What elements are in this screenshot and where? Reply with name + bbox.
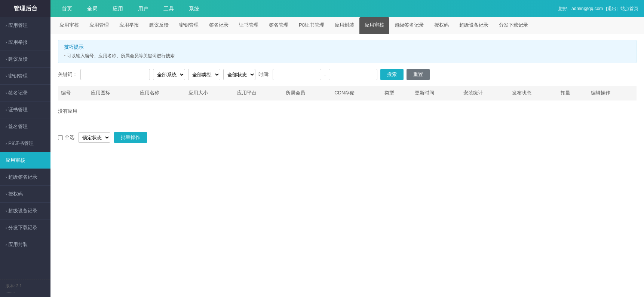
sidebar-item-app-report[interactable]: › 应用举报 (0, 34, 50, 51)
sub-nav-app-manage[interactable]: 应用管理 (84, 17, 114, 34)
chevron-icon: › (6, 57, 7, 61)
nav-item-home[interactable]: 首页 (54, 0, 80, 17)
logout-link[interactable]: [退出] (606, 6, 617, 12)
chevron-icon: › (6, 91, 7, 95)
lock-status-select[interactable]: 锁定状态 锁定 解锁 (78, 132, 110, 143)
search-bar: 关键词： 全部系统 iOS Android 全部类型 类型1 类型2 全部状态 … (58, 69, 637, 80)
sub-nav-app-pack[interactable]: 应用封装 (329, 17, 359, 34)
system-select[interactable]: 全部系统 iOS Android (153, 69, 185, 80)
nav-item-user[interactable]: 用户 (131, 0, 156, 17)
nav-item-app[interactable]: 应用 (105, 0, 131, 17)
sidebar-label: 证书管理 (8, 106, 28, 113)
keyword-input[interactable] (80, 69, 150, 80)
type-select[interactable]: 全部类型 类型1 类型2 (188, 69, 220, 80)
version-text: 版本: 2.1 (6, 283, 45, 289)
sidebar-item-super-sign[interactable]: › 超级签名记录 (0, 169, 50, 186)
col-member: 所属会员 (283, 86, 331, 100)
sidebar-item-download-record[interactable]: › 分发下载记录 (0, 219, 50, 236)
sub-nav-app-report[interactable]: 应用举报 (114, 17, 144, 34)
sidebar-label: 分发下载记录 (8, 224, 37, 231)
sidebar-item-sign-manage[interactable]: › 签名管理 (0, 118, 50, 135)
time-start-input[interactable] (273, 69, 321, 80)
search-button[interactable]: 搜索 (380, 69, 404, 80)
col-cdn: CDN存储 (331, 86, 381, 100)
greeting-text: 您好, (558, 6, 568, 12)
layout: › 应用管理 › 应用举报 › 建议反馈 › 密钥管理 › 签名记录 › 证书管… (0, 17, 644, 297)
sub-nav-auth-code[interactable]: 授权码 (429, 17, 454, 34)
sidebar-item-auth-code[interactable]: › 授权码 (0, 186, 50, 203)
sub-nav-app-review2[interactable]: 应用审核 (359, 17, 389, 34)
top-nav-right: 您好, admin@qq.com [退出] 站点首页 (558, 6, 644, 12)
chevron-icon: › (6, 142, 7, 146)
chevron-icon: › (6, 125, 7, 129)
sidebar-label: 应用审核 (6, 157, 25, 164)
sidebar-label: 授权码 (8, 191, 23, 197)
keyword-label: 关键词： (58, 71, 77, 78)
sidebar-item-p8-cert[interactable]: › P8证书管理 (0, 135, 50, 152)
sub-nav-download-record[interactable]: 分发下载记录 (494, 17, 533, 34)
col-icon: 应用图标 (88, 86, 137, 100)
chevron-icon: › (6, 40, 7, 45)
no-data-row: 没有应用 (58, 100, 637, 122)
select-all-wrap: 全选 (58, 134, 74, 141)
sub-nav-super-device[interactable]: 超级设备记录 (454, 17, 494, 34)
time-end-input[interactable] (329, 69, 377, 80)
chevron-icon: › (6, 192, 7, 196)
reset-button[interactable]: 重置 (407, 69, 430, 80)
sidebar-item-super-device[interactable]: › 超级设备记录 (0, 203, 50, 219)
sub-nav-sign-record[interactable]: 签名记录 (204, 17, 234, 34)
col-update-time: 更新时间 (412, 86, 460, 100)
select-all-label: 全选 (65, 134, 74, 141)
col-actions: 编辑操作 (588, 86, 637, 100)
col-type: 类型 (381, 86, 411, 100)
sidebar-item-cert-manage[interactable]: › 证书管理 (0, 101, 50, 118)
chevron-icon: › (6, 209, 7, 213)
chevron-icon: › (6, 74, 7, 78)
sidebar-item-key-manage[interactable]: › 密钥管理 (0, 68, 50, 85)
status-select[interactable]: 全部状态 待审核 已通过 已拒绝 (223, 69, 255, 80)
table-header-row: 编号 应用图标 应用名称 应用大小 应用平台 所属会员 CDN存储 类型 更新时… (58, 86, 637, 100)
chevron-icon: › (6, 24, 7, 28)
sidebar-item-app-review[interactable]: 应用审核 (0, 152, 50, 169)
sidebar-label: 超级设备记录 (8, 207, 37, 214)
bottom-bar: 全选 锁定状态 锁定 解锁 批量操作 (58, 128, 637, 147)
sidebar-label: 超级签名记录 (8, 174, 37, 181)
col-install-count: 安装统计 (460, 86, 509, 100)
sidebar-label: 应用封装 (8, 241, 28, 248)
sidebar-item-sign-record[interactable]: › 签名记录 (0, 85, 50, 101)
select-all-checkbox[interactable] (58, 135, 63, 140)
sidebar-item-app-pack[interactable]: › 应用封装 (0, 236, 50, 253)
sub-nav-sign-manage[interactable]: 签名管理 (264, 17, 294, 34)
sub-nav: 应用审核 应用管理 应用举报 建议反馈 密钥管理 签名记录 证书管理 签名管理 … (50, 17, 644, 34)
sidebar-label: 签名记录 (8, 90, 28, 96)
extra-text: ........ (6, 289, 45, 293)
sidebar-item-app-manage[interactable]: › 应用管理 (0, 17, 50, 34)
table-wrap: 编号 应用图标 应用名称 应用大小 应用平台 所属会员 CDN存储 类型 更新时… (58, 86, 637, 122)
sub-nav-cert-manage[interactable]: 证书管理 (234, 17, 264, 34)
sub-nav-app-review[interactable]: 应用审核 (54, 17, 84, 34)
chevron-icon: › (6, 243, 7, 247)
main-content: 应用审核 应用管理 应用举报 建议反馈 密钥管理 签名记录 证书管理 签名管理 … (50, 17, 644, 297)
chevron-icon: › (6, 226, 7, 230)
sidebar: › 应用管理 › 应用举报 › 建议反馈 › 密钥管理 › 签名记录 › 证书管… (0, 17, 50, 297)
col-name: 应用名称 (137, 86, 185, 100)
batch-action-button[interactable]: 批量操作 (114, 132, 147, 143)
sub-nav-feedback[interactable]: 建议反馈 (144, 17, 174, 34)
sub-nav-p8-cert[interactable]: P8证书管理 (294, 17, 329, 34)
sidebar-item-feedback[interactable]: › 建议反馈 (0, 51, 50, 68)
tips-title: 技巧提示 (64, 44, 631, 51)
tips-item-0: 可以输入编号、应用名称、所属会员等关键词进行搜索 (64, 53, 631, 59)
sub-nav-key-manage[interactable]: 密钥管理 (174, 17, 204, 34)
nav-item-system[interactable]: 系统 (181, 0, 207, 17)
sidebar-label: 应用举报 (8, 39, 28, 46)
data-table: 编号 应用图标 应用名称 应用大小 应用平台 所属会员 CDN存储 类型 更新时… (58, 86, 637, 122)
home-link[interactable]: 站点首页 (620, 6, 638, 12)
sidebar-label: 密钥管理 (8, 73, 28, 79)
nav-item-global[interactable]: 全局 (80, 0, 105, 17)
chevron-icon: › (6, 108, 7, 112)
app-logo: 管理后台 (0, 0, 50, 17)
nav-item-tool[interactable]: 工具 (156, 0, 181, 17)
time-label: 时间: (258, 71, 270, 78)
col-size: 应用大小 (185, 86, 234, 100)
sub-nav-super-sign[interactable]: 超级签名记录 (389, 17, 429, 34)
